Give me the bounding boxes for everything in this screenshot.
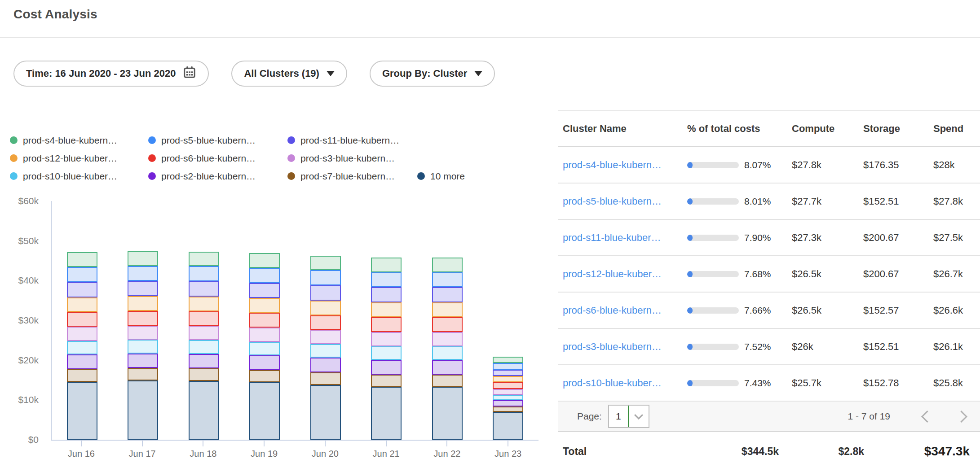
bar-segment[interactable] <box>493 412 523 440</box>
bar-segment[interactable] <box>432 332 463 346</box>
bar-segment[interactable] <box>249 298 280 313</box>
bar-segment[interactable] <box>432 258 463 272</box>
legend-item[interactable]: prod-s11-blue-kubern… <box>287 135 417 146</box>
bar-segment[interactable] <box>310 315 341 330</box>
bar-segment[interactable] <box>67 312 97 327</box>
bar-segment[interactable] <box>128 296 158 311</box>
legend-item[interactable]: 10 more <box>417 171 465 182</box>
bar-segment[interactable] <box>249 342 280 355</box>
cluster-link[interactable]: prod-s6-blue-kubern… <box>563 305 662 316</box>
bar-segment[interactable] <box>432 317 463 332</box>
bar-segment[interactable] <box>67 369 97 381</box>
bar-segment[interactable] <box>432 346 463 360</box>
bar-segment[interactable] <box>189 340 219 354</box>
bar-segment[interactable] <box>432 387 463 440</box>
bar-segment[interactable] <box>128 326 158 340</box>
bar-segment[interactable] <box>249 382 280 440</box>
bar-segment[interactable] <box>189 326 219 340</box>
bar-segment[interactable] <box>189 297 219 311</box>
bar-segment[interactable] <box>371 302 402 317</box>
bar-segment[interactable] <box>493 370 523 376</box>
prev-page-button[interactable] <box>918 407 936 425</box>
bar-segment[interactable] <box>371 317 402 332</box>
bar-segment[interactable] <box>249 355 280 370</box>
bar-segment[interactable] <box>128 311 158 326</box>
bar-segment[interactable] <box>493 406 523 412</box>
legend-item[interactable]: prod-s4-blue-kubern… <box>10 135 148 146</box>
legend-item[interactable]: prod-s6-blue-kubern… <box>148 153 287 164</box>
bar-segment[interactable] <box>493 357 523 363</box>
clusters-filter[interactable]: All Clusters (19) <box>231 61 347 87</box>
cluster-link[interactable]: prod-s11-blue-kuber… <box>563 232 661 243</box>
legend-item[interactable]: prod-s12-blue-kuber… <box>10 153 148 164</box>
cluster-link[interactable]: prod-s10-blue-kuber… <box>563 377 662 389</box>
bar-segment[interactable] <box>310 344 341 358</box>
bar-segment[interactable] <box>249 313 280 328</box>
legend-item[interactable]: prod-s10-blue-kuber… <box>10 171 148 182</box>
bar-segment[interactable] <box>67 354 97 369</box>
bar-segment[interactable] <box>310 256 341 271</box>
bar-segment[interactable] <box>189 281 219 297</box>
bar-segment[interactable] <box>371 387 402 440</box>
bar-segment[interactable] <box>128 354 158 368</box>
bar-segment[interactable] <box>67 252 97 267</box>
bar-segment[interactable] <box>189 381 219 440</box>
bar-segment[interactable] <box>249 328 280 342</box>
bar-segment[interactable] <box>493 376 523 382</box>
legend-item[interactable]: prod-s3-blue-kubern… <box>287 153 417 164</box>
legend-item[interactable]: prod-s5-blue-kubern… <box>148 135 287 146</box>
bar-segment[interactable] <box>432 375 463 387</box>
bar-segment[interactable] <box>310 330 341 344</box>
bar-segment[interactable] <box>493 389 523 395</box>
next-page-button[interactable] <box>952 407 970 425</box>
bar-segment[interactable] <box>67 382 97 440</box>
bar-segment[interactable] <box>371 287 402 302</box>
bar-segment[interactable] <box>67 341 97 354</box>
bar-segment[interactable] <box>432 360 463 375</box>
bar-segment[interactable] <box>67 327 97 341</box>
bar-segment[interactable] <box>128 340 158 353</box>
bar-segment[interactable] <box>67 297 97 312</box>
bar-segment[interactable] <box>189 368 219 380</box>
bar-segment[interactable] <box>371 375 402 387</box>
cluster-link[interactable]: prod-s5-blue-kubern… <box>563 196 662 207</box>
bar-segment[interactable] <box>371 272 402 288</box>
bar-segment[interactable] <box>67 267 97 282</box>
bar-segment[interactable] <box>432 287 463 302</box>
bar-segment[interactable] <box>493 395 523 400</box>
bar-segment[interactable] <box>189 252 219 267</box>
bar-segment[interactable] <box>128 266 158 281</box>
bar-segment[interactable] <box>371 332 402 346</box>
bar-segment[interactable] <box>189 311 219 326</box>
bar-segment[interactable] <box>249 253 280 268</box>
bar-segment[interactable] <box>493 382 523 389</box>
bar-segment[interactable] <box>310 270 341 285</box>
bar-segment[interactable] <box>249 370 280 382</box>
bar-segment[interactable] <box>371 360 402 375</box>
bar-segment[interactable] <box>128 380 158 440</box>
cluster-link[interactable]: prod-s4-blue-kubern… <box>563 159 662 170</box>
cluster-link[interactable]: prod-s12-blue-kuber… <box>563 268 662 280</box>
bar-segment[interactable] <box>310 372 341 385</box>
bar-segment[interactable] <box>432 272 463 288</box>
legend-item[interactable]: prod-s7-blue-kubern… <box>287 171 417 182</box>
bar-segment[interactable] <box>432 302 463 317</box>
bar-segment[interactable] <box>189 354 219 369</box>
bar-segment[interactable] <box>371 346 402 360</box>
bar-segment[interactable] <box>493 400 523 406</box>
bar-segment[interactable] <box>128 251 158 266</box>
bar-segment[interactable] <box>249 283 280 298</box>
cluster-link[interactable]: prod-s3-blue-kubern… <box>563 341 662 352</box>
bar-segment[interactable] <box>493 363 523 370</box>
bar-segment[interactable] <box>310 285 341 301</box>
page-select[interactable]: 1 <box>608 405 649 428</box>
bar-segment[interactable] <box>189 266 219 281</box>
bar-segment[interactable] <box>67 282 97 297</box>
group-by-filter[interactable]: Group By: Cluster <box>370 61 495 87</box>
bar-segment[interactable] <box>128 368 158 380</box>
bar-segment[interactable] <box>371 258 402 272</box>
legend-item[interactable]: prod-s2-blue-kubern… <box>148 171 287 182</box>
bar-segment[interactable] <box>249 268 280 283</box>
bar-segment[interactable] <box>310 385 341 440</box>
bar-segment[interactable] <box>310 358 341 372</box>
